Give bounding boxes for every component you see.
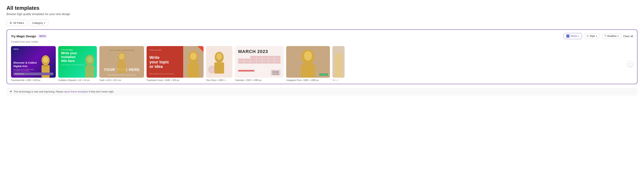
- notice-bar: ⚑ This technology is new and improving. …: [6, 88, 638, 96]
- card5-label: Your Story • 1080 × ...: [206, 79, 232, 81]
- template-card-facebook-cover[interactable]: Really Great Brand Writeyour topicor ide…: [146, 46, 204, 81]
- svg-rect-4: [85, 65, 94, 78]
- cal-cell: [256, 59, 262, 61]
- filters-row: ☰ All Filters Category ▾: [6, 20, 638, 26]
- style-filter-button[interactable]: ✎ Style ▾: [584, 33, 600, 39]
- card2-small-tag: Really great brand: [61, 49, 94, 50]
- category-button[interactable]: Category ▾: [29, 20, 48, 26]
- pink-rect: [238, 70, 254, 72]
- headline-label: Headline: [607, 35, 616, 38]
- cal-cell: [274, 56, 280, 58]
- template-thumb-1: thynac Discover & CollectDigital Arts Bu…: [11, 46, 56, 78]
- giveaway-box: GiveawayGiveawayGiveaway: [271, 70, 280, 76]
- all-filters-button[interactable]: ☰ All Filters: [6, 20, 27, 26]
- card1-label: Facebook Ad • 1200 × 628 px: [11, 79, 56, 81]
- cal-cell: [244, 59, 250, 61]
- svg-point-14: [216, 53, 222, 60]
- cal-cell: [262, 56, 268, 58]
- template-thumb-7: New Design: [286, 46, 330, 78]
- cal-grid: [238, 56, 280, 64]
- template-card-your-story[interactable]: Your Story • 1080 × ...: [206, 46, 232, 81]
- card8-label: A4 • 2: [332, 79, 344, 81]
- cal-cell: [250, 59, 256, 61]
- cal-cell: [238, 59, 244, 61]
- template-card-instagram[interactable]: New Design Instagram Post • 1080 × 1080 …: [286, 46, 330, 81]
- card1-subtitle: Buy digital art from 1000+ artistsor sel…: [14, 69, 53, 72]
- cal-cell: [274, 61, 280, 64]
- cal-cell: [262, 61, 268, 64]
- report-link[interactable]: report these templates: [64, 90, 88, 93]
- template-card-facebook-ad[interactable]: thynac Discover & CollectDigital Arts Bu…: [11, 46, 56, 81]
- card1-button: Discover Now: [14, 73, 53, 75]
- media-label: Media: [570, 35, 577, 38]
- chevron-down-icon: ▾: [618, 35, 618, 37]
- circle-deco-5: [208, 65, 216, 74]
- template-thumb-6: MARCH 2023: [235, 46, 284, 78]
- svg-point-20: [335, 53, 342, 62]
- card1-title: Discover & CollectDigital Arts: [14, 61, 53, 68]
- chevron-down-icon: ▾: [596, 35, 597, 37]
- template-thumb-2: Really great brand Write yourinvitationt…: [58, 46, 97, 78]
- filter-icon: ☰: [10, 21, 12, 25]
- template-card-invitation[interactable]: Really great brand Write yourinvitationt…: [58, 46, 97, 81]
- template-card-a4[interactable]: A4 • 2: [332, 46, 344, 81]
- svg-rect-21: [335, 61, 342, 78]
- cal-cell: [238, 56, 244, 58]
- card2-label: Invitation (Square) • 14 × 14 cm: [58, 79, 97, 81]
- magic-design-title: Try Magic Design BETA: [11, 35, 47, 38]
- bust-decoration-3: [114, 51, 130, 73]
- giveaway-text: GiveawayGiveawayGiveaway: [272, 71, 279, 75]
- cal-cell: [268, 59, 274, 61]
- templates-wrapper: thynac Discover & CollectDigital Arts Bu…: [11, 46, 633, 81]
- template-thumb-8: [332, 46, 344, 78]
- template-thumb-5: [206, 46, 232, 78]
- brand-logo-1: thynac: [14, 48, 19, 50]
- thumb-inner-2: Really great brand Write yourinvitationt…: [58, 46, 97, 78]
- notice-text: This technology is new and improving. Pl…: [14, 90, 114, 93]
- thumb-inner-1: thynac Discover & CollectDigital Arts Bu…: [11, 46, 56, 78]
- card6-label: Calendar • 1920 × 1080 px: [235, 79, 284, 81]
- cal-cell: [250, 61, 256, 64]
- magic-design-header: Try Magic Design BETA Media ▾ ✎ Style ▾ …: [11, 33, 633, 39]
- cal-title: MARCH 2023: [238, 49, 280, 54]
- cal-cell: [244, 56, 250, 58]
- media-icon: [566, 35, 570, 38]
- cal-cell: [262, 59, 268, 61]
- chevron-down-icon: ▾: [578, 35, 579, 37]
- page-subtitle: Browse high quality templates for your n…: [6, 13, 638, 16]
- a4-thumb-svg: [332, 46, 344, 78]
- svg-point-11: [190, 53, 196, 60]
- cal-cell: [238, 61, 244, 64]
- cal-cell: [244, 61, 250, 64]
- bust-decoration-4: [183, 49, 204, 78]
- thumb-inner-8: [332, 46, 344, 78]
- template-card-calendar[interactable]: MARCH 2023: [235, 46, 284, 81]
- style-label: Style: [590, 35, 595, 38]
- template-card-card[interactable]: ADD A SHORT DESCRIPTION YOUR TITLE HERE …: [99, 46, 144, 81]
- magic-controls: Media ▾ ✎ Style ▾ T Headline ▾ Clear all: [564, 33, 633, 39]
- cal-cell: [256, 56, 262, 58]
- template-thumb-3: ADD A SHORT DESCRIPTION YOUR TITLE HERE …: [99, 46, 144, 78]
- beta-badge: BETA: [38, 35, 46, 38]
- svg-rect-7: [117, 62, 126, 73]
- svg-point-8: [119, 53, 124, 60]
- media-filter-button[interactable]: Media ▾: [564, 33, 582, 39]
- clear-all-button[interactable]: Clear all: [623, 35, 633, 38]
- svg-rect-10: [188, 63, 199, 78]
- card4-label: Facebook Cover • 1640 × 924 px: [146, 79, 204, 81]
- style-icon: ✎: [586, 35, 589, 38]
- page-title: All templates: [6, 5, 638, 11]
- chevron-down-icon: ▾: [44, 22, 45, 24]
- card2-title: Write yourinvitationtitle here: [61, 51, 94, 63]
- all-filters-label: All Filters: [13, 21, 24, 25]
- next-arrow-button[interactable]: ›: [627, 61, 633, 67]
- magic-design-panel: Try Magic Design BETA Media ▾ ✎ Style ▾ …: [6, 29, 638, 84]
- thumb-inner-5: [206, 46, 232, 78]
- green-tag-7: New Design: [319, 74, 328, 76]
- thumb-inner-7: New Design: [286, 46, 330, 78]
- cal-cell: [256, 61, 262, 64]
- cal-cell: [250, 56, 256, 58]
- thumb-inner-6: MARCH 2023: [235, 46, 284, 78]
- headline-filter-button[interactable]: T Headline ▾: [602, 33, 622, 39]
- template-thumb-4: Really Great Brand Writeyour topicor ide…: [146, 46, 204, 78]
